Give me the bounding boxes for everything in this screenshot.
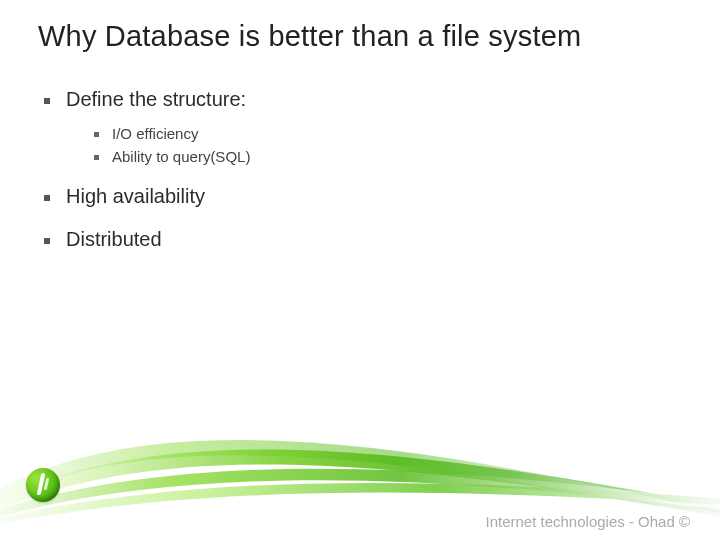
sub-bullet-list: I/O efficiency Ability to query(SQL)	[66, 125, 250, 165]
bullet-text: Distributed	[66, 228, 162, 250]
sub-bullet-text: Ability to query(SQL)	[112, 148, 250, 165]
sub-bullet-item: I/O efficiency	[94, 125, 250, 142]
slide-title: Why Database is better than a file syste…	[38, 20, 581, 53]
bullet-list: Define the structure: I/O efficiency Abi…	[44, 88, 250, 251]
slide: Why Database is better than a file syste…	[0, 0, 720, 540]
slide-content: Define the structure: I/O efficiency Abi…	[44, 88, 250, 271]
footer-text: Internet technologies - Ohad ©	[485, 513, 690, 530]
bullet-item: High availability	[44, 185, 250, 208]
sub-bullet-item: Ability to query(SQL)	[94, 148, 250, 165]
logo-icon	[26, 468, 60, 502]
bullet-text: High availability	[66, 185, 205, 207]
bullet-item: Define the structure: I/O efficiency Abi…	[44, 88, 250, 165]
sub-bullet-text: I/O efficiency	[112, 125, 198, 142]
bullet-item: Distributed	[44, 228, 250, 251]
bullet-text: Define the structure:	[66, 88, 246, 110]
